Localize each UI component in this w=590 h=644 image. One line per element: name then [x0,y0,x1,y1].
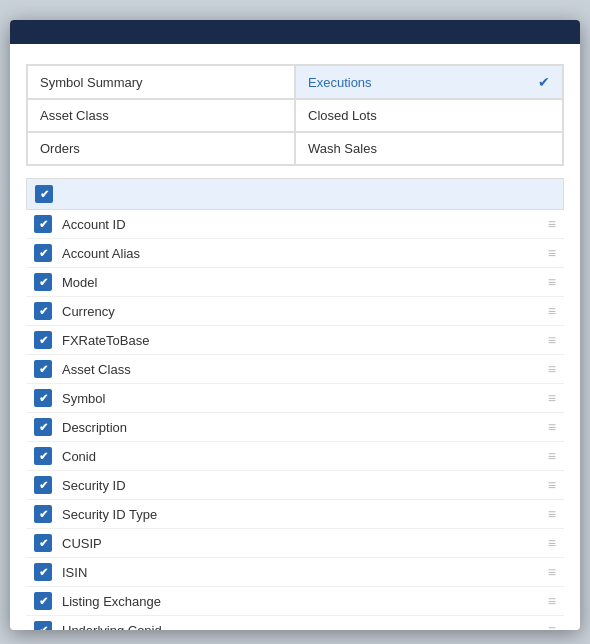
column-row: ✔Description≡ [26,413,564,442]
drag-handle-icon[interactable]: ≡ [548,535,556,551]
column-label: Asset Class [62,362,548,377]
column-checkbox[interactable]: ✔ [34,244,52,262]
option-symbol-summary[interactable]: Symbol Summary [27,65,295,99]
option-orders[interactable]: Orders [27,132,295,165]
drag-handle-icon[interactable]: ≡ [548,448,556,464]
column-label: Underlying Conid [62,623,548,631]
column-row: ✔FXRateToBase≡ [26,326,564,355]
drag-handle-icon[interactable]: ≡ [548,303,556,319]
column-label: Currency [62,304,548,319]
column-row: ✔Security ID≡ [26,471,564,500]
column-checkbox[interactable]: ✔ [34,621,52,630]
option-asset-class[interactable]: Asset Class [27,99,295,132]
drag-handle-icon[interactable]: ≡ [548,245,556,261]
modal-overlay: Symbol Summary Executions ✔ Asset Class … [0,0,590,644]
drag-handle-icon[interactable]: ≡ [548,564,556,580]
column-label: CUSIP [62,536,548,551]
options-grid: Symbol Summary Executions ✔ Asset Class … [26,64,564,166]
modal-header [10,20,580,44]
column-row: ✔Conid≡ [26,442,564,471]
column-checkbox[interactable]: ✔ [34,302,52,320]
drag-handle-icon[interactable]: ≡ [548,390,556,406]
column-tick: ✔ [39,247,48,260]
column-tick: ✔ [39,334,48,347]
drag-handle-icon[interactable]: ≡ [548,477,556,493]
option-asset-class-label: Asset Class [40,108,109,123]
column-tick: ✔ [39,363,48,376]
executions-check-icon: ✔ [538,74,550,90]
column-row: ✔Underlying Conid≡ [26,616,564,630]
option-closed-lots[interactable]: Closed Lots [295,99,563,132]
column-tick: ✔ [39,479,48,492]
column-checkbox[interactable]: ✔ [34,563,52,581]
column-checkbox[interactable]: ✔ [34,592,52,610]
option-symbol-summary-label: Symbol Summary [40,75,143,90]
column-label: Account ID [62,217,548,232]
column-label: Description [62,420,548,435]
column-tick: ✔ [39,508,48,521]
option-wash-sales-label: Wash Sales [308,141,377,156]
column-checkbox[interactable]: ✔ [34,360,52,378]
column-checkbox[interactable]: ✔ [34,273,52,291]
column-tick: ✔ [39,450,48,463]
drag-handle-icon[interactable]: ≡ [548,593,556,609]
column-row: ✔Account Alias≡ [26,239,564,268]
drag-handle-icon[interactable]: ≡ [548,274,556,290]
column-row: ✔Account ID≡ [26,210,564,239]
column-label: Security ID Type [62,507,548,522]
column-checkbox[interactable]: ✔ [34,418,52,436]
column-checkbox[interactable]: ✔ [34,505,52,523]
drag-handle-icon[interactable]: ≡ [548,361,556,377]
drag-handle-icon[interactable]: ≡ [548,332,556,348]
columns-list: ✔ ✔Account ID≡✔Account Alias≡✔Model≡✔Cur… [26,178,564,630]
option-executions-label: Executions [308,75,372,90]
column-checkbox[interactable]: ✔ [34,215,52,233]
drag-handle-icon[interactable]: ≡ [548,622,556,630]
column-tick: ✔ [39,421,48,434]
column-tick: ✔ [39,276,48,289]
column-label: Security ID [62,478,548,493]
column-label: Symbol [62,391,548,406]
column-row: ✔CUSIP≡ [26,529,564,558]
column-label: FXRateToBase [62,333,548,348]
column-label: ISIN [62,565,548,580]
modal-body: Symbol Summary Executions ✔ Asset Class … [10,44,580,630]
column-row: ✔Asset Class≡ [26,355,564,384]
trades-modal: Symbol Summary Executions ✔ Asset Class … [10,20,580,630]
column-checkbox[interactable]: ✔ [34,447,52,465]
column-tick: ✔ [39,218,48,231]
option-wash-sales[interactable]: Wash Sales [295,132,563,165]
column-row: ✔Symbol≡ [26,384,564,413]
select-all-checkbox[interactable]: ✔ [35,185,53,203]
column-tick: ✔ [39,624,48,631]
column-checkbox[interactable]: ✔ [34,331,52,349]
drag-handle-icon[interactable]: ≡ [548,506,556,522]
column-row: ✔Currency≡ [26,297,564,326]
column-checkbox[interactable]: ✔ [34,389,52,407]
option-closed-lots-label: Closed Lots [308,108,377,123]
column-row: ✔Listing Exchange≡ [26,587,564,616]
option-executions[interactable]: Executions ✔ [295,65,563,99]
column-tick: ✔ [39,595,48,608]
column-label: Account Alias [62,246,548,261]
column-tick: ✔ [39,566,48,579]
drag-handle-icon[interactable]: ≡ [548,216,556,232]
select-all-row[interactable]: ✔ [26,178,564,210]
column-tick: ✔ [39,537,48,550]
column-checkbox[interactable]: ✔ [34,476,52,494]
option-orders-label: Orders [40,141,80,156]
select-all-tick: ✔ [40,188,49,201]
column-label: Model [62,275,548,290]
drag-handle-icon[interactable]: ≡ [548,419,556,435]
column-label: Conid [62,449,548,464]
column-label: Listing Exchange [62,594,548,609]
column-checkbox[interactable]: ✔ [34,534,52,552]
column-tick: ✔ [39,392,48,405]
column-row: ✔ISIN≡ [26,558,564,587]
column-row: ✔Security ID Type≡ [26,500,564,529]
column-tick: ✔ [39,305,48,318]
column-row: ✔Model≡ [26,268,564,297]
columns-container: ✔Account ID≡✔Account Alias≡✔Model≡✔Curre… [26,210,564,630]
